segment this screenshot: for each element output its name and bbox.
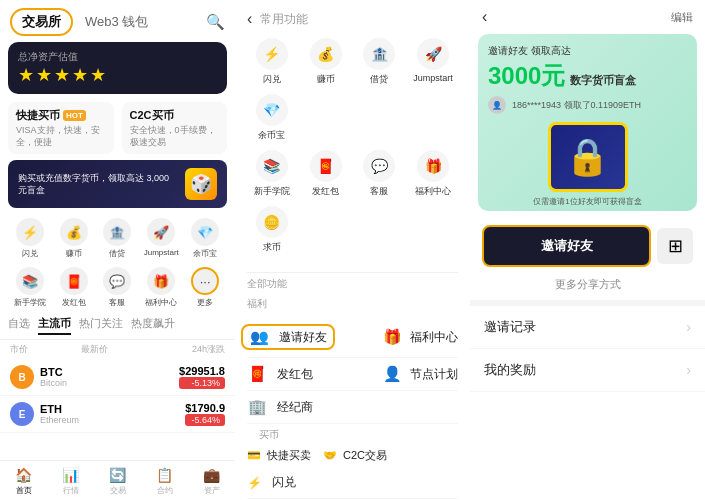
func-service-icon: 💬	[363, 150, 395, 182]
welfare-center-label: 福利中心	[410, 329, 458, 346]
invite-banner: 邀请好友 领取高达 3000元 数字货币盲盒 👤 186****1943 领取了…	[478, 34, 697, 211]
icon-jumpstart[interactable]: 🚀 Jumpstart	[143, 218, 179, 259]
buy-section-label: 买币	[247, 424, 458, 444]
icon-yubibao[interactable]: 💎 余币宝	[187, 218, 223, 259]
icon-loan[interactable]: 🏦 借贷	[99, 218, 135, 259]
welfare-label: 福利中心	[145, 297, 177, 308]
flash-label: 闪兑	[22, 248, 38, 259]
list-item[interactable]: 邀请记录 ›	[470, 306, 705, 349]
invite-friends-item[interactable]: 👥 邀请好友	[241, 324, 335, 350]
redpacket-item[interactable]: 🧧 发红包	[247, 365, 313, 383]
icon-more[interactable]: ··· 更多	[187, 267, 223, 308]
chest-note: 仅需邀请1位好友即可获得盲盒	[488, 196, 687, 207]
asset-label: 总净资产估值	[18, 50, 217, 64]
redpacket-label: 发红包	[62, 297, 86, 308]
flash-item[interactable]: ⚡ 闪兑	[247, 474, 296, 491]
func-loan-icon: 🏦	[363, 38, 395, 70]
nav-assets[interactable]: 💼 资产	[203, 467, 220, 496]
icon-service[interactable]: 💬 客服	[99, 267, 135, 308]
panel3-back-icon[interactable]: ‹	[482, 8, 487, 26]
welfare-icon: 🎁	[147, 267, 175, 295]
func-welfare2-icon: 🎁	[417, 150, 449, 182]
tab-web3[interactable]: Web3 钱包	[77, 10, 156, 34]
menu-broker-row[interactable]: 🏢 经纪商	[247, 391, 458, 424]
btc-price-wrap: $29951.8 -5.13%	[179, 365, 225, 389]
nav-futures[interactable]: 📋 合约	[156, 467, 173, 496]
coin-list: 市价 最新价 24h涨跌 B BTC Bitcoin $29951.8 -5.1…	[0, 340, 235, 460]
invite-record-label: 邀请记录	[484, 318, 536, 336]
welfare-center-item[interactable]: 🎁 福利中心	[382, 328, 458, 346]
func-qiubi-icon: 🪙	[256, 206, 288, 238]
func-earn[interactable]: 💰 赚币	[301, 38, 351, 86]
menu-invite[interactable]: 👥 邀请好友 🎁 福利中心	[247, 317, 458, 358]
broker-item[interactable]: 🏢 经纪商	[247, 398, 313, 416]
func-school[interactable]: 📚 新手学院	[247, 150, 297, 198]
tab-popular[interactable]: 热门关注	[79, 316, 123, 335]
table-row[interactable]: B BTC Bitcoin $29951.8 -5.13%	[0, 359, 235, 396]
invite-title: 邀请好友 领取高达	[488, 44, 687, 58]
promo-image: 🎲	[185, 168, 217, 200]
redpacket-menu-icon: 🧧	[247, 365, 267, 383]
list-item[interactable]: 我的奖励 ›	[470, 349, 705, 392]
icon-flash[interactable]: ⚡ 闪兑	[12, 218, 48, 259]
invite-icon: 👥	[249, 328, 269, 346]
func-loan[interactable]: 🏦 借贷	[355, 38, 405, 86]
icon-redpacket[interactable]: 🧧 发红包	[56, 267, 92, 308]
icon-welfare[interactable]: 🎁 福利中心	[143, 267, 179, 308]
icon-row-1: ⚡ 闪兑 💰 赚币 🏦 借贷 🚀 Jumpstart 💎 余币宝	[0, 214, 235, 263]
all-func-label: 全部功能	[247, 277, 458, 291]
earn-icon: 💰	[60, 218, 88, 246]
loan-label: 借贷	[109, 248, 125, 259]
tab-trending[interactable]: 热度飙升	[131, 316, 175, 335]
all-func-section: 全部功能 福利 👥 邀请好友 🎁 福利中心 🧧 发红包 👤 节点计划	[235, 277, 470, 500]
service-icon: 💬	[103, 267, 131, 295]
qr-icon[interactable]: ⊞	[657, 228, 693, 264]
search-icon[interactable]: 🔍	[206, 13, 225, 31]
func-welfare2[interactable]: 🎁 福利中心	[408, 150, 458, 198]
quick-buy-card[interactable]: 快捷买币 HOT VISA支持，快速，安全，便捷	[8, 102, 114, 154]
c2c-trade-item[interactable]: 🤝 C2C交易	[323, 448, 387, 463]
edit-button[interactable]: 编辑	[671, 10, 693, 25]
tab-mainstream[interactable]: 主流币	[38, 316, 71, 335]
welfare-section-label: 福利	[247, 297, 458, 311]
c2c-title: C2C买币	[130, 108, 220, 123]
btc-symbol: BTC	[40, 366, 67, 378]
more-share-link[interactable]: 更多分享方式	[470, 275, 705, 300]
icon-earn[interactable]: 💰 赚币	[56, 218, 92, 259]
icon-school[interactable]: 📚 新手学院	[12, 267, 48, 308]
func-yubibao[interactable]: 💎 余币宝	[247, 94, 297, 142]
back-arrow-icon[interactable]: ‹	[247, 10, 252, 28]
invite-button[interactable]: 邀请好友	[482, 225, 651, 267]
func-qiubi[interactable]: 🪙 求币	[247, 206, 297, 254]
nav-home[interactable]: 🏠 首页	[15, 467, 32, 496]
col-change: 24h涨跌	[192, 343, 225, 356]
broker-label: 经纪商	[277, 399, 313, 416]
func-jumpstart[interactable]: 🚀 Jumpstart	[408, 38, 458, 86]
user-avatar: 👤	[488, 96, 506, 114]
menu-redpacket-row[interactable]: 🧧 发红包 👤 节点计划	[247, 358, 458, 391]
func-earn-label: 赚币	[317, 73, 335, 86]
func-yubibao-label: 余币宝	[258, 129, 285, 142]
func-redpacket-icon: 🧧	[310, 150, 342, 182]
flash-menu-label: 闪兑	[272, 474, 296, 491]
btc-info: BTC Bitcoin	[40, 366, 67, 388]
tab-exchange[interactable]: 交易所	[10, 8, 73, 36]
table-row[interactable]: E ETH Ethereum $1790.9 -5.64%	[0, 396, 235, 433]
c2c-buy-card[interactable]: C2C买币 安全快速，0手续费，极速交易	[122, 102, 228, 154]
nav-trade[interactable]: 🔄 交易	[109, 467, 126, 496]
func-flash[interactable]: ⚡ 闪兑	[247, 38, 297, 86]
yubibao-icon: 💎	[191, 218, 219, 246]
func-service[interactable]: 💬 客服	[355, 150, 405, 198]
market-icon: 📊	[62, 467, 79, 483]
promo-text: 购买或充值数字货币，领取高达 3,000元盲盒	[18, 172, 177, 197]
nav-market[interactable]: 📊 行情	[62, 467, 79, 496]
tab-custom[interactable]: 自选	[8, 316, 30, 335]
invite-btn-wrap: 邀请好友 ⊞	[470, 217, 705, 275]
flash-row[interactable]: ⚡ 闪兑	[247, 467, 458, 499]
bottom-nav: 🏠 首页 📊 行情 🔄 交易 📋 合约 💼 资产	[0, 460, 235, 500]
yubibao-label: 余币宝	[193, 248, 217, 259]
node-plan-item[interactable]: 👤 节点计划	[382, 365, 458, 383]
quick-trade-item[interactable]: 💳 快捷买卖	[247, 448, 311, 463]
promo-banner[interactable]: 购买或充值数字货币，领取高达 3,000元盲盒 🎲	[8, 160, 227, 208]
func-redpacket[interactable]: 🧧 发红包	[301, 150, 351, 198]
